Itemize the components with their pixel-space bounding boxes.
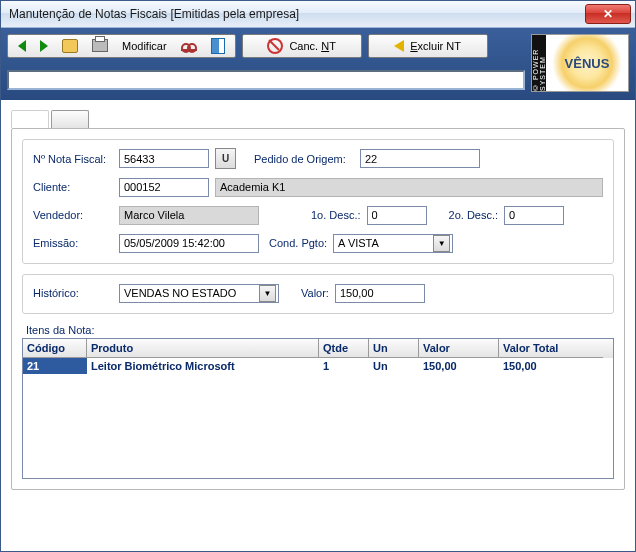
pedido-input[interactable] xyxy=(360,149,480,168)
search-input[interactable] xyxy=(7,70,525,90)
print-button[interactable] xyxy=(88,37,112,54)
historico-label: Histórico: xyxy=(33,287,113,299)
cell-un: Un xyxy=(369,358,419,374)
app-window: Manutenção de Notas Fiscais [Emitidas pe… xyxy=(0,0,636,552)
next-button[interactable] xyxy=(36,38,52,54)
tab-2[interactable] xyxy=(51,110,89,128)
view-button[interactable] xyxy=(177,39,201,53)
desc1-label: 1o. Desc.: xyxy=(311,209,361,221)
excluir-nt-button[interactable]: Excluir NT xyxy=(368,34,488,58)
cell-code: 21 xyxy=(23,358,87,374)
cond-value: A VISTA xyxy=(336,237,433,249)
hand-button[interactable] xyxy=(58,37,82,55)
nav-group: Modificar xyxy=(7,34,236,58)
door-exit-icon xyxy=(211,38,225,54)
arrow-left-icon xyxy=(18,40,26,52)
nota-input[interactable] xyxy=(119,149,209,168)
title-bar: Manutenção de Notas Fiscais [Emitidas pe… xyxy=(1,1,635,28)
glasses-icon xyxy=(181,41,197,51)
cancel-nt-label: Canc. NT xyxy=(289,40,335,52)
prev-button[interactable] xyxy=(14,38,30,54)
col-qt[interactable]: Qtde xyxy=(319,339,369,358)
arrow-right-icon xyxy=(40,40,48,52)
main-panel: Nº Nota Fiscal: U Pedido de Origem: Clie… xyxy=(11,128,625,490)
desc1-input[interactable] xyxy=(367,206,427,225)
cond-label: Cond. Pgto: xyxy=(269,237,327,249)
historico-section: Histórico: VENDAS NO ESTADO ▼ Valor: xyxy=(22,274,614,314)
pedido-label: Pedido de Origem: xyxy=(254,153,354,165)
cell-qt: 1 xyxy=(319,358,369,374)
vendedor-label: Vendedor: xyxy=(33,209,113,221)
emissao-label: Emissão: xyxy=(33,237,113,249)
exit-button[interactable] xyxy=(207,36,229,56)
tab-strip xyxy=(11,108,625,128)
desc2-input[interactable] xyxy=(504,206,564,225)
cliente-name-display: Academia K1 xyxy=(215,178,603,197)
hand-icon xyxy=(62,39,78,53)
historico-select[interactable]: VENDAS NO ESTADO ▼ xyxy=(119,284,279,303)
cancel-icon xyxy=(267,38,283,54)
close-icon: ✕ xyxy=(603,7,613,21)
u-button[interactable]: U xyxy=(215,148,236,169)
table-row[interactable]: 21 Leitor Biométrico Microsoft 1 Un 150,… xyxy=(23,358,613,374)
tab-1[interactable] xyxy=(11,110,49,128)
cond-select[interactable]: A VISTA ▼ xyxy=(333,234,453,253)
venus-logo-text: VÊNUS xyxy=(546,35,628,91)
col-val[interactable]: Valor xyxy=(419,339,499,358)
printer-icon xyxy=(92,39,108,52)
toolbar-area: Modificar Canc. NT Excluir NT xyxy=(1,28,635,100)
cancel-nt-button[interactable]: Canc. NT xyxy=(242,34,362,58)
col-un[interactable]: Un xyxy=(369,339,419,358)
cell-val: 150,00 xyxy=(419,358,499,374)
cliente-label: Cliente: xyxy=(33,181,113,193)
body-area: Nº Nota Fiscal: U Pedido de Origem: Clie… xyxy=(1,100,635,500)
items-grid: Código Produto Qtde Un Valor Valor Total… xyxy=(22,338,614,479)
powersystem-strip: © POWER SYSTEM xyxy=(532,35,546,91)
historico-value: VENDAS NO ESTADO xyxy=(122,287,259,299)
modify-label: Modificar xyxy=(122,40,167,52)
valor-label: Valor: xyxy=(301,287,329,299)
col-vt[interactable]: Valor Total xyxy=(499,339,603,358)
grid-body[interactable]: 21 Leitor Biométrico Microsoft 1 Un 150,… xyxy=(23,358,613,478)
col-prod[interactable]: Produto xyxy=(87,339,319,358)
modify-button[interactable]: Modificar xyxy=(118,38,171,54)
nota-label: Nº Nota Fiscal: xyxy=(33,153,113,165)
excluir-nt-label: Excluir NT xyxy=(410,40,461,52)
desc2-label: 2o. Desc.: xyxy=(449,209,499,221)
header-section: Nº Nota Fiscal: U Pedido de Origem: Clie… xyxy=(22,139,614,264)
delete-icon xyxy=(394,40,404,52)
grid-header: Código Produto Qtde Un Valor Valor Total xyxy=(23,339,613,358)
chevron-down-icon: ▼ xyxy=(259,285,276,302)
items-title: Itens da Nota: xyxy=(26,324,614,336)
cell-prod: Leitor Biométrico Microsoft xyxy=(87,358,319,374)
u-label: U xyxy=(222,153,229,164)
close-button[interactable]: ✕ xyxy=(585,4,631,24)
vendedor-display: Marco Vilela xyxy=(119,206,259,225)
cliente-code-input[interactable] xyxy=(119,178,209,197)
brand-logo: © POWER SYSTEM VÊNUS xyxy=(531,34,629,92)
col-code[interactable]: Código xyxy=(23,339,87,358)
chevron-down-icon: ▼ xyxy=(433,235,450,252)
emissao-input[interactable] xyxy=(119,234,259,253)
window-title: Manutenção de Notas Fiscais [Emitidas pe… xyxy=(9,7,299,21)
valor-input[interactable] xyxy=(335,284,425,303)
cell-vt: 150,00 xyxy=(499,358,603,374)
